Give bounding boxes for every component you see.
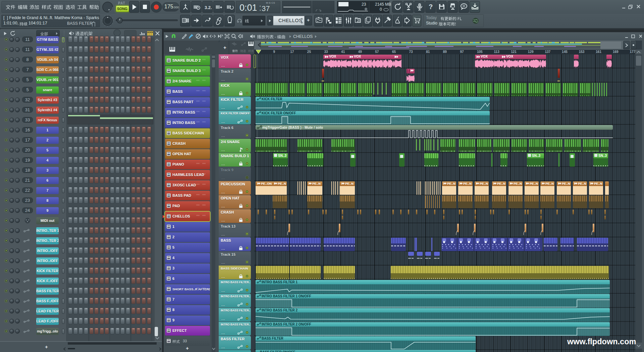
svg-text:?: ? [429,3,433,10]
svg-text:3.2.: 3.2. [205,5,212,10]
